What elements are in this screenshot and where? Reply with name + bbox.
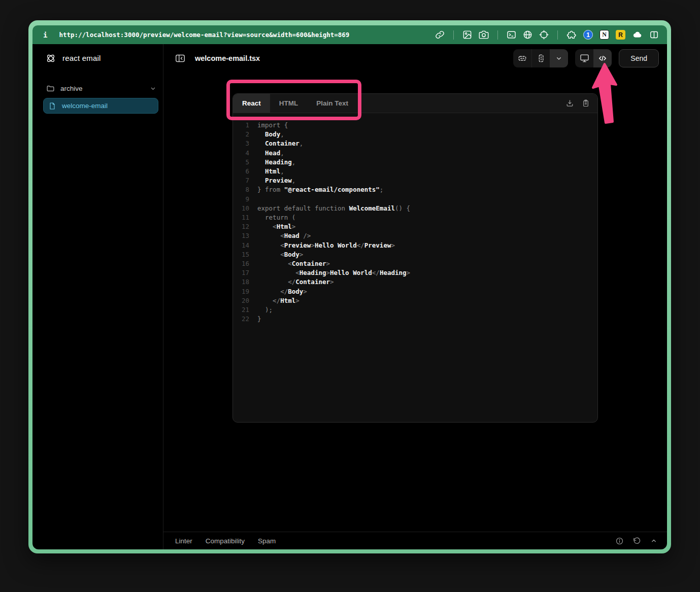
code-icon[interactable] [593,49,612,67]
sidebar-item-label: welcome-email [62,102,108,110]
browser-window: i http://localhost:3000/preview/welcome-… [28,20,671,553]
status-bar: Linter Compatibility Spam [163,532,667,549]
code-line: 18 </Container> [233,277,597,287]
code-line: 14 <Preview>Hello World</Preview> [233,241,597,250]
monitor-icon[interactable] [575,49,593,67]
brand-name: react email [62,54,101,62]
address-bar[interactable]: http://localhost:3000/preview/welcome-em… [59,31,349,39]
onepassword-icon[interactable]: 1 [583,30,593,40]
tab-react[interactable]: React [233,94,270,113]
chevron-down-icon[interactable] [149,85,157,92]
code-line: 9 [233,195,597,204]
split-view-icon[interactable] [649,30,659,40]
extensions-puzzle-icon[interactable] [566,30,577,40]
tab-linter[interactable]: Linter [175,537,192,545]
camera-icon[interactable] [479,30,489,40]
file-icon [48,102,56,110]
code-line: 11 return ( [233,213,597,222]
crosshair-icon[interactable] [539,30,549,40]
preview-area: React HTML Plain Text 1import {2 Body,3 … [163,72,667,532]
code-line: 12 <Html> [233,222,597,231]
viewport-width-icon[interactable] [513,49,531,67]
react-email-logo-icon [45,53,56,64]
viewport-dropdown-chevron-icon[interactable] [550,49,568,67]
toolbar-divider [497,30,498,40]
tab-plain-text[interactable]: Plain Text [307,94,357,113]
sidebar-item-archive[interactable]: archive [32,81,163,96]
code-line: 15 <Body> [233,250,597,259]
brand-area: react email [32,44,163,72]
link-icon[interactable] [435,30,445,40]
globe-icon[interactable] [523,30,532,40]
react-email-app: react email welcome-email.tsx Send [32,44,667,549]
tab-compatibility[interactable]: Compatibility [206,537,245,545]
code-line: 10export default function WelcomeEmail()… [233,204,597,213]
sidebar: archive welcome-email [32,72,163,549]
reset-icon[interactable] [632,537,641,545]
app-header: react email welcome-email.tsx Send [32,44,667,72]
code-line: 19 </Body> [233,287,597,296]
code-lines[interactable]: 1import {2 Body,3 Container,4 Head,5 Hea… [233,113,597,324]
code-line: 8} from "@react-email/components"; [233,185,597,194]
sidebar-collapse-icon[interactable] [175,53,186,64]
code-line: 5 Heading, [233,158,597,167]
view-toggle-group [575,49,612,67]
sidebar-item-welcome-email[interactable]: welcome-email [43,98,158,114]
refined-github-icon[interactable]: R [616,30,625,40]
code-line: 2 Body, [233,130,597,139]
viewport-size-group [513,49,568,67]
code-line: 3 Container, [233,139,597,148]
code-line: 1import { [233,121,597,130]
viewport-height-icon[interactable] [531,49,550,67]
tab-html[interactable]: HTML [270,94,308,113]
source-code-panel: React HTML Plain Text 1import {2 Body,3 … [232,93,598,423]
code-line: 13 <Head /> [233,231,597,240]
toolbar-divider [557,30,558,40]
code-line: 21 ); [233,305,597,315]
code-line: 7 Preview, [233,176,597,185]
code-line: 16 <Container> [233,259,597,268]
tab-spam[interactable]: Spam [258,537,276,545]
folder-icon [46,84,55,93]
page-title: welcome-email.tsx [195,54,260,62]
toolbar-divider [453,30,454,40]
info-circle-icon[interactable] [615,537,624,545]
sidebar-item-label: archive [60,85,83,92]
chevron-up-icon[interactable] [650,537,658,545]
screenshot-icon[interactable] [462,30,472,40]
send-button[interactable]: Send [619,49,659,67]
terminal-icon[interactable] [507,30,516,40]
browser-toolbar: i http://localhost:3000/preview/welcome-… [32,25,667,44]
code-tabbar: React HTML Plain Text [233,94,597,113]
info-icon[interactable]: i [43,31,47,39]
code-line: 20 </Html> [233,296,597,305]
copy-icon[interactable] [582,99,590,108]
download-icon[interactable] [565,99,574,108]
code-line: 17 <Heading>Hello World</Heading> [233,268,597,277]
notion-icon[interactable]: N [599,30,609,40]
cloud-icon[interactable] [632,30,643,40]
code-line: 6 Html, [233,167,597,176]
code-line: 4 Head, [233,149,597,158]
code-line: 22} [233,315,597,324]
